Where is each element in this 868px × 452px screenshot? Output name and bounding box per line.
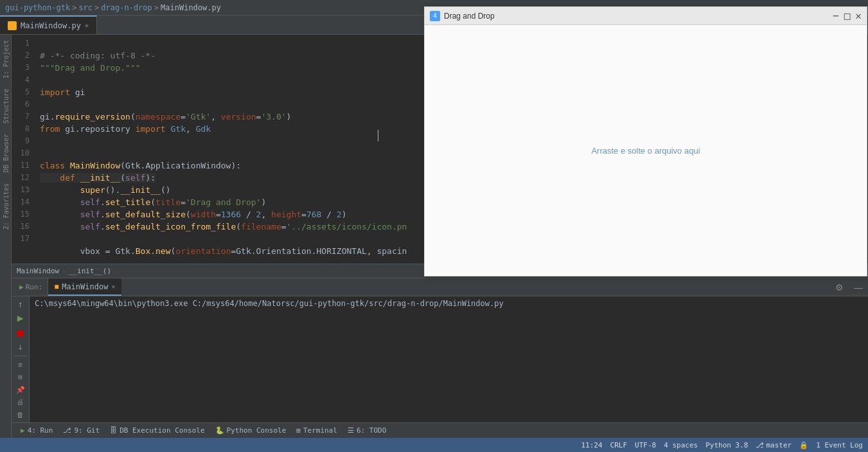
- line-num-13: 13: [17, 184, 30, 196]
- breadcrumb-part2[interactable]: src: [78, 3, 93, 12]
- status-indent[interactable]: 4 spaces: [664, 441, 698, 449]
- status-bar: 11:24 CRLF UTF-8 4 spaces Python 3.8 ⎇ m…: [0, 438, 868, 452]
- run-up-icon[interactable]: ↑: [14, 299, 27, 309]
- toolbar-python[interactable]: 🐍 Python Console: [211, 423, 290, 438]
- run-sidebar: ↑ ▶ ■ ↓ ≡ ⊞ 📌 🖨 🗑: [12, 296, 30, 422]
- status-right: 11:24 CRLF UTF-8 4 spaces Python 3.8 ⎇ m…: [581, 441, 863, 449]
- text-cursor: [378, 130, 378, 141]
- toolbar-db[interactable]: 🗄 DB Execution Console: [106, 423, 208, 438]
- toolbar-terminal[interactable]: ⊞ Terminal: [292, 423, 341, 438]
- code-line-2: """Drag and Drop.""": [40, 63, 141, 73]
- line-num-9: 9: [17, 135, 30, 147]
- drag-window-icon: 4: [430, 11, 440, 21]
- bottom-tab-mainwindow[interactable]: ■ MainWindow ✕: [48, 278, 121, 296]
- run-play-btn[interactable]: ▶: [14, 312, 27, 324]
- run-stop-btn[interactable]: ■: [14, 327, 27, 339]
- line-num-17: 17: [17, 233, 30, 245]
- run-filter-icon[interactable]: ⊞: [14, 372, 27, 382]
- line-num-14: 14: [17, 196, 30, 208]
- drag-drop-area[interactable]: Arraste e solte o arquivo aqui: [425, 25, 867, 276]
- line-num-7: 7: [17, 111, 30, 123]
- sidebar-item-db[interactable]: DB Browser: [0, 129, 11, 177]
- git-label: 9: Git: [74, 426, 100, 435]
- drag-window-maximize[interactable]: □: [844, 11, 851, 21]
- drag-window-controls: − □ ✕: [833, 11, 862, 21]
- toolbar-git[interactable]: ⎇ 9: Git: [59, 423, 103, 438]
- line-num-6: 6: [17, 98, 30, 111]
- breadcrumb-sep3: >: [154, 3, 159, 12]
- bottom-tab-actions: ⚙ —: [833, 281, 865, 294]
- tab-label: MainWindow.py: [21, 21, 81, 30]
- line-numbers: 1 2 3 4 5 6 7 8 9 10 11 12 13 14: [12, 35, 35, 264]
- branch-name: master: [766, 441, 792, 449]
- run-tab-icon: ■: [55, 283, 58, 290]
- status-crlf[interactable]: CRLF: [610, 441, 628, 449]
- line-num-10: 10: [17, 147, 30, 159]
- run-pin-icon[interactable]: 📌: [14, 385, 27, 395]
- breadcrumb-sep2: >: [94, 3, 99, 12]
- breadcrumb-part4: MainWindow.py: [161, 3, 221, 12]
- drag-window-title: Drag and Drop: [444, 12, 829, 21]
- run-label: ▶ Run:: [14, 278, 48, 296]
- line-num-12: 12: [17, 172, 30, 184]
- run-icon-small: ▶: [21, 426, 25, 435]
- run-print-icon[interactable]: 🖨: [14, 397, 27, 407]
- method-breadcrumb[interactable]: __init__(): [69, 267, 111, 275]
- line-num-11: 11: [17, 159, 30, 172]
- drag-window-minimize[interactable]: −: [833, 11, 839, 21]
- editor-tab-mainwindow[interactable]: MainWindow.py ✕: [0, 15, 97, 34]
- todo-icon: ☰: [348, 426, 354, 435]
- run-label-bottom: 4: Run: [28, 426, 53, 435]
- run-trash-icon[interactable]: 🗑: [14, 410, 27, 420]
- left-sidebar: 1: Project Structure DB Browser 2: Favor…: [0, 35, 12, 438]
- code-line-13: self.set_title(title='Drag and Drop'): [40, 197, 266, 207]
- toolbar-run[interactable]: ▶ 4: Run: [17, 423, 57, 438]
- run-down-icon[interactable]: ↓: [14, 341, 27, 352]
- run-tab-label: MainWindow: [62, 282, 108, 291]
- sidebar-item-favorites[interactable]: 2: Favorites: [0, 178, 11, 235]
- status-encoding[interactable]: UTF-8: [635, 441, 656, 449]
- bottom-toolbar: ▶ 4: Run ⎇ 9: Git 🗄 DB Execution Console…: [12, 422, 868, 438]
- run-play-icon: ▶: [19, 283, 24, 291]
- code-line-11: def __init__(self):: [40, 173, 155, 183]
- tab-close-button[interactable]: ✕: [85, 22, 89, 29]
- run-wrap-icon[interactable]: ≡: [14, 360, 27, 370]
- code-line-7: from gi.repository import Gtk, Gdk: [40, 124, 211, 134]
- status-event-log[interactable]: 1 Event Log: [816, 441, 863, 449]
- git-icon: ⎇: [63, 426, 71, 435]
- console-content: ↑ ▶ ■ ↓ ≡ ⊞ 📌 🖨 🗑 C:\msys64\mingw64\bin\…: [12, 296, 868, 422]
- breadcrumb-part3[interactable]: drag-n-drop: [101, 3, 152, 12]
- console-output: C:\msys64\mingw64\bin\python3.exe C:/msy…: [30, 296, 868, 422]
- code-line-14: self.set_default_size(width=1366 / 2, he…: [40, 210, 347, 219]
- console-command-line: C:\msys64\mingw64\bin\python3.exe C:/msy…: [35, 299, 863, 308]
- terminal-label: Terminal: [303, 426, 337, 435]
- minimize-button[interactable]: —: [851, 281, 865, 294]
- settings-button[interactable]: ⚙: [833, 281, 846, 294]
- sidebar-item-project[interactable]: 1: Project: [0, 35, 11, 84]
- run-tab-close[interactable]: ✕: [111, 283, 115, 290]
- class-breadcrumb[interactable]: MainWindow: [17, 267, 59, 275]
- code-line-6: gi.require_version(namespace='Gtk', vers…: [40, 112, 291, 122]
- code-line-17: vbox = Gtk.Box.new(orientation=Gtk.Orien…: [40, 246, 407, 256]
- python-label: Python Console: [227, 426, 287, 435]
- status-lock[interactable]: 🔒: [799, 441, 808, 449]
- status-branch[interactable]: ⎇ master: [756, 441, 792, 449]
- code-line-15: self.set_default_icon_from_file(filename…: [40, 222, 407, 231]
- sidebar-item-structure[interactable]: Structure: [0, 84, 11, 129]
- line-num-15: 15: [17, 208, 30, 221]
- line-num-4: 4: [17, 74, 30, 86]
- line-num-3: 3: [17, 62, 30, 74]
- drag-window-close[interactable]: ✕: [855, 11, 862, 21]
- breadcrumb-part1[interactable]: gui-python-gtk: [5, 3, 70, 12]
- run-text: Run:: [26, 283, 43, 291]
- todo-label: 6: TODO: [357, 426, 386, 435]
- breadcrumb-arrow: ›: [62, 267, 66, 275]
- code-line-12: super().__init__(): [40, 185, 171, 195]
- drop-label: Arraste e solte o arquivo aqui: [591, 146, 700, 156]
- db-icon: 🗄: [110, 426, 117, 435]
- toolbar-todo[interactable]: ☰ 6: TODO: [344, 423, 390, 438]
- lock-icon: 🔒: [799, 441, 808, 449]
- status-python[interactable]: Python 3.8: [705, 441, 748, 449]
- line-num-8: 8: [17, 123, 30, 135]
- drag-drop-window: 4 Drag and Drop − □ ✕ Arraste e solte o …: [424, 6, 867, 276]
